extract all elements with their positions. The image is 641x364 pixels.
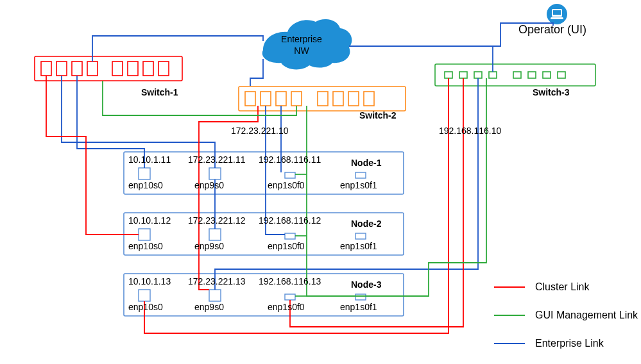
- enterprise-cloud-icon: Enterprise NW: [262, 19, 352, 69]
- svg-rect-23: [445, 72, 452, 78]
- svg-rect-16: [276, 92, 286, 106]
- svg-rect-8: [87, 62, 98, 76]
- sw2-ip-label: 172.23.221.10: [231, 126, 289, 136]
- svg-rect-35: [355, 172, 366, 178]
- svg-rect-5: [41, 62, 51, 76]
- svg-rect-40: [355, 233, 366, 239]
- n3-if0-dev: enp10s0: [128, 302, 163, 312]
- link-enterprise-sw2-cloud: [250, 59, 263, 86]
- svg-rect-27: [513, 72, 521, 78]
- svg-rect-15: [261, 92, 271, 106]
- n2-if3-dev: enp1s0f1: [340, 241, 377, 251]
- svg-rect-24: [459, 72, 467, 78]
- link-cluster-sw3-node3-a: [144, 78, 449, 333]
- n2-if1-ip: 172.23.221.12: [188, 215, 246, 226]
- switch-1-label: Switch-1: [141, 87, 178, 97]
- svg-rect-13: [239, 87, 406, 111]
- svg-rect-14: [245, 92, 255, 106]
- n3-if3-dev: enp1s0f1: [340, 302, 377, 312]
- n3-if2-dev: enp1s0f0: [268, 302, 305, 312]
- node-3-name: Node-3: [351, 279, 381, 290]
- link-cluster-sw1-node2: [46, 76, 139, 235]
- svg-rect-3: [551, 17, 563, 19]
- switch-2-label: Switch-2: [359, 110, 397, 120]
- svg-rect-20: [348, 92, 359, 106]
- switch-3-label: Switch-3: [533, 87, 570, 97]
- n1-if0-dev: enp10s0: [128, 180, 163, 190]
- n3-if1-ip: 172.23.221.13: [188, 276, 246, 286]
- svg-rect-28: [528, 72, 536, 78]
- n3-if2-ip: 192.168.116.13: [259, 276, 321, 286]
- svg-rect-37: [139, 229, 150, 240]
- n1-if1-dev: enp9s0: [194, 180, 224, 190]
- svg-rect-12: [158, 62, 169, 76]
- n1-if2-dev: enp1s0f0: [268, 180, 305, 190]
- sw3-ip-label: 192.168.116.10: [439, 126, 501, 136]
- node-1-name: Node-1: [351, 158, 381, 168]
- cloud-line1: Enterprise: [281, 34, 322, 44]
- n2-if2-ip: 192.168.116.12: [259, 215, 321, 226]
- svg-rect-21: [364, 92, 374, 106]
- n2-if1-dev: enp9s0: [194, 241, 224, 251]
- svg-rect-10: [128, 62, 138, 76]
- n1-if2-ip: 192.168.116.11: [259, 154, 321, 165]
- legend-gui: GUI Management Link: [535, 310, 638, 321]
- svg-rect-29: [543, 72, 551, 78]
- n2-if2-dev: enp1s0f0: [268, 241, 305, 251]
- svg-rect-42: [139, 290, 150, 301]
- svg-rect-32: [139, 168, 150, 179]
- n1-if3-dev: enp1s0f1: [340, 180, 377, 190]
- n2-if0-dev: enp10s0: [128, 241, 163, 251]
- operator-ui-icon: [547, 4, 567, 24]
- svg-rect-2: [553, 10, 561, 15]
- n2-if0-ip: 10.10.1.12: [128, 215, 171, 226]
- legend: [494, 287, 525, 343]
- svg-rect-19: [333, 92, 343, 106]
- legend-enterprise: Enterprise Link: [535, 338, 604, 349]
- operator-label: Operator (UI): [518, 23, 586, 37]
- svg-rect-33: [209, 168, 221, 179]
- svg-rect-34: [285, 172, 295, 178]
- svg-rect-7: [72, 62, 82, 76]
- svg-rect-26: [489, 72, 497, 78]
- svg-rect-30: [558, 72, 565, 78]
- svg-rect-43: [209, 290, 221, 301]
- svg-rect-18: [318, 92, 328, 106]
- svg-rect-45: [355, 294, 366, 300]
- svg-rect-44: [285, 294, 295, 300]
- svg-rect-9: [112, 62, 123, 76]
- cloud-line2: NW: [294, 46, 309, 56]
- svg-rect-25: [474, 72, 482, 78]
- legend-cluster: Cluster Link: [535, 281, 589, 293]
- n1-if1-ip: 172.23.221.11: [188, 154, 246, 165]
- svg-rect-11: [143, 62, 153, 76]
- link-gui-sw1-sw2: [103, 81, 296, 115]
- link-enterprise-sw1-cloud: [92, 36, 263, 62]
- svg-rect-38: [209, 229, 221, 240]
- n3-if0-ip: 10.10.1.13: [128, 276, 171, 286]
- svg-rect-17: [291, 92, 302, 106]
- svg-rect-6: [56, 62, 67, 76]
- switch-3-icon: [435, 64, 595, 86]
- svg-rect-39: [285, 233, 295, 239]
- node-2-name: Node-2: [351, 219, 381, 229]
- n3-if1-dev: enp9s0: [194, 302, 224, 312]
- switch-1-icon: [35, 56, 182, 81]
- n1-if0-ip: 10.10.1.11: [128, 154, 171, 165]
- switch-2-icon: [239, 87, 406, 111]
